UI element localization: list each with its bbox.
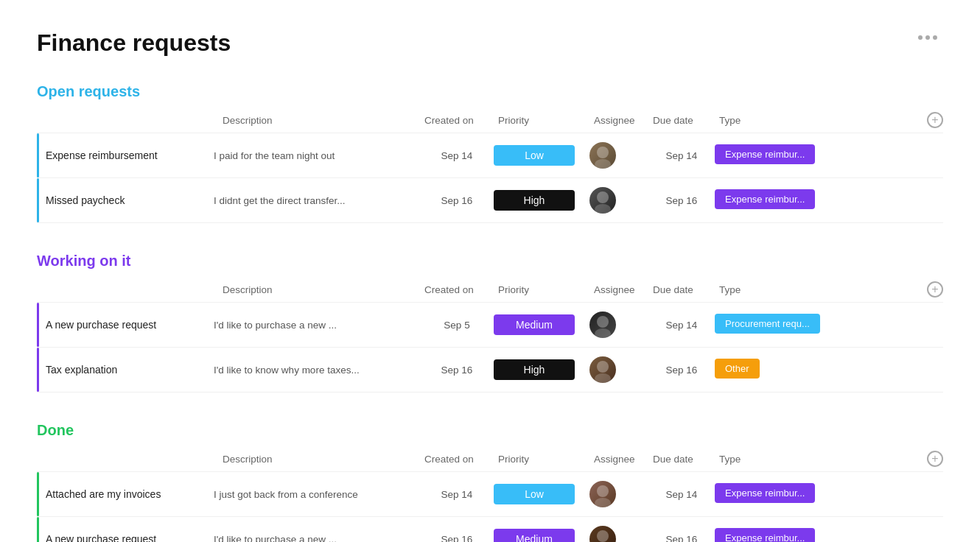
row-created-on: Sep 16 [420,195,494,206]
svg-point-5 [595,328,611,338]
row-priority: High [494,190,589,211]
svg-point-10 [597,530,609,542]
row-status-border [37,133,39,177]
col-type: Type [719,284,921,295]
add-row-button-done[interactable]: + [927,451,943,467]
col-created-on: Created on [424,284,498,295]
col-assignee: Assignee [594,115,653,126]
row-due-date: Sep 16 [648,365,715,376]
row-type: Expense reimbur... [715,144,921,167]
section-title-working: Working on it [37,253,943,270]
section-title-done: Done [37,422,943,439]
row-assignee [589,187,648,214]
table-row[interactable]: Attached are my invoicesI just got back … [37,471,943,516]
dot3 [933,35,937,40]
row-name: Missed paycheck [37,194,214,206]
type-badge: Expense reimbur... [715,528,815,543]
dot2 [925,35,930,40]
avatar [589,481,616,507]
col-description: Description [223,284,424,295]
row-status-border [37,178,39,222]
section-header-done: Done [37,422,943,439]
row-due-date: Sep 14 [648,150,715,161]
row-assignee [589,142,648,169]
svg-point-1 [595,159,611,169]
type-badge: Other [715,359,760,379]
svg-point-9 [595,498,611,507]
priority-badge: Low [494,145,575,166]
svg-point-6 [597,361,609,373]
sections-container: Open requestsDescriptionCreated onPriori… [37,83,943,542]
avatar [589,526,616,542]
row-due-date: Sep 16 [648,195,715,206]
col-priority: Priority [498,454,594,465]
page-title: Finance requests [37,29,231,57]
col-assignee: Assignee [594,454,653,465]
row-name: Expense reimbursement [37,149,214,161]
row-priority: Low [494,145,589,166]
row-status-border [37,348,39,392]
col-priority: Priority [498,284,594,295]
col-assignee: Assignee [594,284,653,295]
col-description: Description [223,115,424,126]
table-row[interactable]: Missed paycheckI didnt get the direct tr… [37,177,943,223]
section-working: Working on itDescriptionCreated onPriori… [37,253,943,393]
svg-point-8 [597,485,609,497]
row-assignee [589,481,648,507]
col-due-date: Due date [653,115,719,126]
col-type: Type [719,454,921,465]
avatar [589,142,616,169]
avatar [589,312,616,338]
dot1 [918,35,923,40]
row-type: Other [715,359,921,381]
more-options-button[interactable] [912,29,943,46]
type-badge: Procurement requ... [715,314,820,334]
add-row-button-open[interactable]: + [927,112,943,128]
row-status-border [37,303,39,347]
col-description: Description [223,454,424,465]
col-created-on: Created on [424,454,498,465]
table-row[interactable]: Tax explanationI'd like to know why more… [37,347,943,393]
row-due-date: Sep 14 [648,320,715,331]
row-created-on: Sep 16 [420,534,494,543]
row-type: Expense reimbur... [715,483,921,506]
add-row-button-working[interactable]: + [927,281,943,298]
row-assignee [589,312,648,338]
avatar [589,356,616,383]
row-description: I paid for the team night out [214,150,420,161]
section-title-open: Open requests [37,83,943,100]
row-created-on: Sep 5 [420,320,494,331]
type-badge: Expense reimbur... [715,144,815,164]
svg-point-2 [597,191,609,203]
priority-badge: High [494,190,575,211]
table-row[interactable]: A new purchase requestI'd like to purcha… [37,516,943,542]
type-badge: Expense reimbur... [715,483,815,503]
avatar [589,187,616,214]
table-header-row: DescriptionCreated onPriorityAssigneeDue… [37,277,943,302]
col-priority: Priority [498,115,594,126]
table-done: DescriptionCreated onPriorityAssigneeDue… [37,446,943,542]
table-working: DescriptionCreated onPriorityAssigneeDue… [37,277,943,393]
col-due-date: Due date [653,284,719,295]
row-status-border [37,517,39,542]
table-row[interactable]: A new purchase requestI'd like to purcha… [37,302,943,347]
row-name: A new purchase request [37,533,214,542]
row-name: Tax explanation [37,364,214,376]
row-created-on: Sep 14 [420,150,494,161]
section-open: Open requestsDescriptionCreated onPriori… [37,83,943,223]
row-priority: Medium [494,314,589,335]
table-open: DescriptionCreated onPriorityAssigneeDue… [37,108,943,223]
priority-badge: Medium [494,529,575,542]
col-created-on: Created on [424,115,498,126]
row-type: Expense reimbur... [715,189,921,212]
row-created-on: Sep 14 [420,489,494,500]
page-header: Finance requests [37,29,943,57]
table-header-row: DescriptionCreated onPriorityAssigneeDue… [37,446,943,471]
row-priority: High [494,359,589,380]
section-header-open: Open requests [37,83,943,100]
row-type: Procurement requ... [715,314,921,337]
table-row[interactable]: Expense reimbursementI paid for the team… [37,133,943,177]
row-description: I just got back from a conference [214,489,420,500]
row-priority: Medium [494,529,589,542]
svg-point-7 [595,373,611,383]
